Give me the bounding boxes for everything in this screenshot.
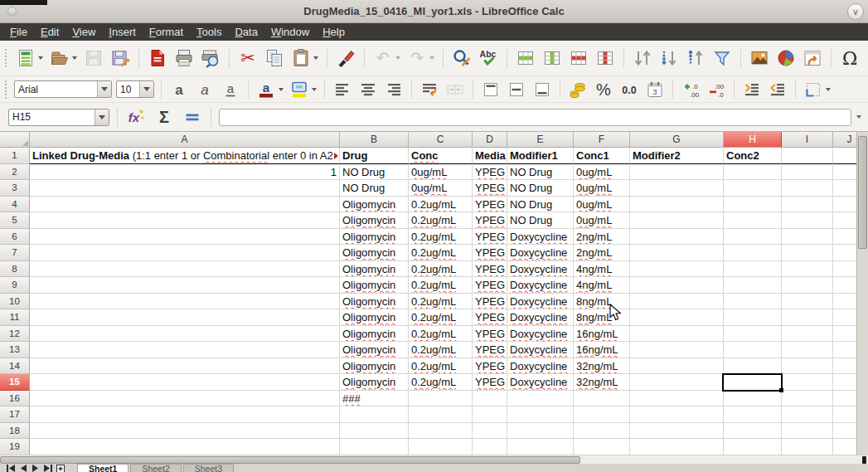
cell-H10[interactable] bbox=[724, 294, 782, 310]
cell-C1[interactable]: Conc bbox=[409, 148, 473, 164]
cell-I9[interactable] bbox=[782, 277, 833, 294]
percent-button[interactable]: % bbox=[593, 79, 614, 100]
cell-A15[interactable] bbox=[30, 374, 340, 391]
cell-D12[interactable]: YPEG bbox=[473, 326, 507, 343]
menu-insert[interactable]: Insert bbox=[102, 23, 143, 41]
cell-G3[interactable] bbox=[630, 180, 724, 197]
save-as-button[interactable] bbox=[109, 47, 131, 69]
name-box[interactable]: H15 bbox=[8, 109, 109, 126]
cell-C13[interactable]: 0.2ug/mL bbox=[409, 342, 473, 358]
cell-G14[interactable] bbox=[630, 358, 724, 375]
borders-dropdown-icon[interactable] bbox=[826, 88, 831, 91]
cell-D4[interactable]: YPEG bbox=[473, 197, 507, 213]
menu-tools[interactable]: Tools bbox=[190, 23, 228, 41]
row-header-17[interactable]: 17 bbox=[0, 406, 30, 423]
autofilter-button[interactable] bbox=[711, 47, 733, 69]
cell-H8[interactable] bbox=[724, 261, 782, 278]
delete-decimal-place-button[interactable]: .00.0 bbox=[706, 79, 727, 100]
cell-I1[interactable] bbox=[782, 148, 833, 164]
cell-F10[interactable]: 8ng/mL bbox=[574, 294, 630, 310]
vertical-scrollbar[interactable] bbox=[856, 132, 868, 455]
font-size-dropdown[interactable] bbox=[139, 81, 153, 97]
cell-B19[interactable] bbox=[340, 439, 409, 455]
cell-A2[interactable]: 1 bbox=[30, 164, 340, 181]
cell-E7[interactable]: Doxycycline bbox=[507, 245, 574, 261]
cell-H11[interactable] bbox=[724, 309, 782, 326]
underline-button[interactable]: a bbox=[220, 79, 241, 100]
cell-I11[interactable] bbox=[782, 309, 833, 326]
cell-H2[interactable] bbox=[724, 164, 782, 181]
cell-A10[interactable] bbox=[30, 294, 340, 310]
cell-F15[interactable]: 32ng/mL bbox=[574, 374, 630, 391]
cell-C14[interactable]: 0.2ug/mL bbox=[409, 358, 473, 375]
cell-E1[interactable]: Modifier1 bbox=[507, 148, 574, 164]
cell-B15[interactable]: Oligomycin bbox=[340, 374, 409, 391]
cell-A16[interactable] bbox=[30, 391, 340, 407]
cell-G8[interactable] bbox=[630, 261, 724, 278]
undo-dropdown-icon[interactable] bbox=[395, 56, 400, 60]
cell-A14[interactable] bbox=[30, 358, 340, 375]
cell-C18[interactable] bbox=[409, 423, 473, 440]
row-header-7[interactable]: 7 bbox=[0, 245, 30, 261]
cell-D13[interactable]: YPEG bbox=[473, 342, 507, 358]
cell-C17[interactable] bbox=[409, 406, 473, 423]
cell-C15[interactable]: 0.2ug/mL bbox=[409, 374, 473, 391]
cell-B13[interactable]: Oligomycin bbox=[340, 342, 409, 358]
open-dropdown-icon[interactable] bbox=[72, 56, 77, 60]
row-header-10[interactable]: 10 bbox=[0, 294, 30, 310]
column-header-B[interactable]: B bbox=[340, 132, 409, 148]
cell-F5[interactable]: 0ug/mL bbox=[574, 212, 630, 229]
cell-E2[interactable]: NO Drug bbox=[507, 164, 574, 181]
column-header-F[interactable]: F bbox=[574, 132, 630, 148]
column-header-A[interactable]: A bbox=[30, 132, 340, 148]
cell-D16[interactable] bbox=[473, 391, 507, 407]
align-center-button[interactable] bbox=[357, 79, 379, 100]
cell-A9[interactable] bbox=[30, 277, 340, 294]
cell-D10[interactable]: YPEG bbox=[473, 294, 507, 310]
cell-E10[interactable]: Doxycycline bbox=[507, 294, 574, 310]
cell-I6[interactable] bbox=[782, 229, 833, 246]
cell-I2[interactable] bbox=[782, 164, 833, 181]
cell-H3[interactable] bbox=[724, 180, 782, 197]
cell-E17[interactable] bbox=[507, 406, 574, 423]
clone-formatting-button[interactable] bbox=[335, 47, 356, 69]
highlighting-color-dropdown-icon[interactable] bbox=[312, 88, 317, 91]
menu-window[interactable]: Window bbox=[264, 23, 316, 41]
font-name-dropdown[interactable] bbox=[97, 81, 111, 97]
open-button[interactable] bbox=[49, 47, 78, 69]
cell-I17[interactable] bbox=[782, 406, 833, 423]
export-as-pdf-button[interactable] bbox=[147, 47, 168, 69]
bold-button[interactable]: a bbox=[168, 79, 190, 100]
cell-C19[interactable] bbox=[409, 439, 473, 455]
cell-F11[interactable]: 8ng/mL bbox=[574, 309, 630, 326]
cell-A3[interactable] bbox=[30, 180, 340, 197]
cell-A5[interactable] bbox=[30, 212, 340, 229]
next-sheet-button[interactable] bbox=[30, 464, 41, 472]
sheet-tab-sheet3[interactable]: Sheet3 bbox=[183, 464, 234, 472]
cell-C2[interactable]: 0ug/mL bbox=[409, 164, 473, 181]
align-bottom-button[interactable] bbox=[531, 79, 553, 100]
cell-A4[interactable] bbox=[30, 197, 340, 213]
cell-I18[interactable] bbox=[782, 423, 833, 440]
sheet-tab-sheet2[interactable]: Sheet2 bbox=[130, 464, 181, 472]
currency-button[interactable] bbox=[567, 79, 589, 100]
cut-button[interactable]: ✂ bbox=[237, 47, 259, 69]
cell-G13[interactable] bbox=[630, 342, 724, 358]
cell-A18[interactable] bbox=[30, 423, 340, 440]
cell-G9[interactable] bbox=[630, 277, 724, 294]
cell-F1[interactable]: Conc1 bbox=[574, 148, 630, 164]
cell-F19[interactable] bbox=[574, 439, 630, 455]
new-dropdown-icon[interactable] bbox=[38, 56, 43, 60]
cell-B16[interactable]: ### bbox=[340, 391, 409, 407]
cell-D18[interactable] bbox=[473, 423, 507, 440]
select-all-corner[interactable] bbox=[0, 132, 30, 148]
cell-C9[interactable]: 0.2ug/mL bbox=[409, 277, 473, 294]
cell-I4[interactable] bbox=[782, 197, 833, 213]
cell-E9[interactable]: Doxycycline bbox=[507, 277, 574, 294]
cell-C5[interactable]: 0.2ug/mL bbox=[409, 212, 473, 229]
font-size-combo[interactable]: 10 bbox=[116, 80, 154, 98]
cell-H14[interactable] bbox=[724, 358, 782, 375]
column-header-E[interactable]: E bbox=[507, 132, 574, 148]
first-sheet-button[interactable] bbox=[5, 464, 16, 472]
cell-H5[interactable] bbox=[724, 212, 782, 229]
